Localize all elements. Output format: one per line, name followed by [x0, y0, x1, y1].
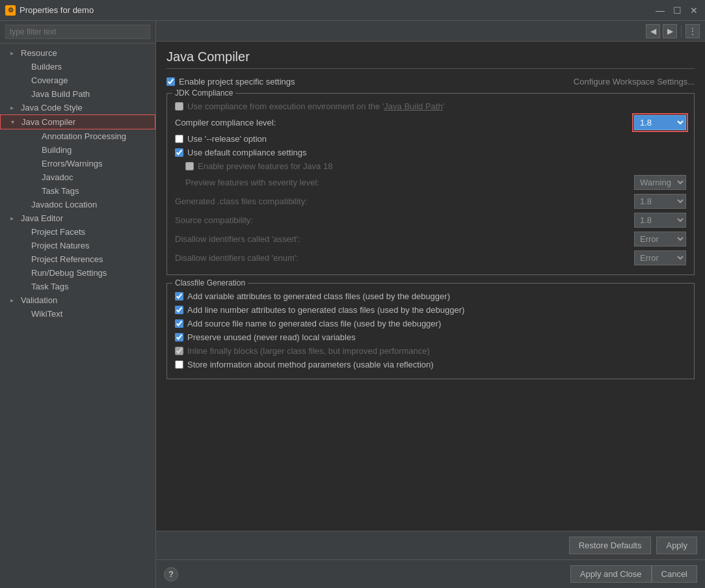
add-line-number-attrs-checkbox[interactable]	[175, 306, 183, 314]
restore-defaults-button[interactable]: Restore Defaults	[569, 537, 652, 554]
enable-preview-label: Enable preview features for Java 18	[198, 161, 332, 171]
sidebar-item-project-references[interactable]: Project References	[0, 252, 155, 266]
minimize-button[interactable]: —	[654, 5, 666, 16]
bottom-row-2: ? Apply and Close Cancel	[156, 559, 705, 588]
expand-arrow: ▾	[11, 118, 19, 126]
use-release-checkbox[interactable]	[175, 135, 183, 143]
preserve-unused-vars-checkbox[interactable]	[175, 333, 183, 341]
store-method-params-checkbox[interactable]	[175, 360, 183, 369]
disallow-assert-dropdown[interactable]: Ignore Warning Error	[634, 232, 686, 247]
classfile-option-row-add-line-number-attrs: Add line number attributes to generated …	[175, 305, 686, 315]
sidebar-filter-area	[0, 21, 155, 44]
expand-arrow: ▸	[10, 297, 18, 304]
preview-severity-dropdown[interactable]: Ignore Warning Error	[634, 175, 686, 190]
generated-class-compat-row: Generated .class files compatibility: 1.…	[175, 194, 686, 209]
configure-workspace-link[interactable]: Configure Workspace Settings...	[574, 77, 695, 87]
window-title: Properties for demo	[20, 5, 654, 15]
preview-severity-label: Preview features with severity level:	[185, 178, 634, 187]
sidebar-item-resource[interactable]: ▸Resource	[0, 46, 155, 60]
classfile-option-row-inline-finally: Inline finally blocks (larger class file…	[175, 346, 686, 356]
sidebar-item-task-tags[interactable]: Task Tags	[0, 184, 155, 198]
use-compliance-label: Use compliance from execution environmen…	[187, 101, 444, 111]
sidebar-item-label: Project Natures	[31, 241, 90, 250]
apply-and-close-button[interactable]: Apply and Close	[570, 565, 652, 583]
sidebar-item-builders[interactable]: Builders	[0, 60, 155, 74]
menu-button[interactable]: ⋮	[685, 24, 700, 38]
inline-finally-checkbox[interactable]	[175, 347, 183, 355]
disallow-enum-row: Disallow identifiers called 'enum': Igno…	[175, 250, 686, 265]
content-scroll: Java Compiler Enable project specific se…	[156, 42, 705, 531]
disallow-enum-label: Disallow identifiers called 'enum':	[175, 253, 634, 263]
expand-arrow: ▸	[10, 215, 18, 222]
sidebar-item-label: Java Editor	[21, 213, 63, 223]
jdk-compliance-label: JDK Compliance	[172, 88, 235, 98]
help-button[interactable]: ?	[164, 567, 178, 581]
sidebar-item-java-build-path[interactable]: Java Build Path	[0, 87, 155, 101]
add-source-filename-checkbox[interactable]	[175, 319, 183, 328]
sidebar-item-label: Validation	[21, 295, 57, 305]
source-compat-label: Source compatibility:	[175, 215, 634, 225]
sidebar-item-label: Task Tags	[42, 186, 79, 196]
expand-arrow: ▸	[10, 49, 18, 57]
add-variable-attrs-label: Add variable attributes to generated cla…	[187, 291, 450, 301]
maximize-button[interactable]: ☐	[671, 5, 683, 16]
app-icon: ⚙	[5, 5, 16, 16]
source-compat-row: Source compatibility: 1.7 1.8 11	[175, 213, 686, 228]
enable-project-specific-checkbox[interactable]	[166, 77, 175, 86]
sidebar-item-errors-warnings[interactable]: Errors/Warnings	[0, 157, 155, 170]
sidebar-item-javadoc[interactable]: Javadoc	[0, 170, 155, 184]
sidebar-item-project-facets[interactable]: Project Facets	[0, 225, 155, 239]
compiler-compliance-dropdown[interactable]: 1.6 1.7 1.8 11 17	[634, 115, 686, 130]
sidebar-item-java-code-style[interactable]: ▸Java Code Style	[0, 101, 155, 114]
sidebar-item-run-debug-settings[interactable]: Run/Debug Settings	[0, 266, 155, 280]
sidebar-item-label: Errors/Warnings	[42, 159, 102, 168]
title-bar: ⚙ Properties for demo — ☐ ✕	[0, 0, 705, 21]
sidebar-item-label: Building	[42, 145, 72, 155]
use-default-compliance-row: Use default compliance settings	[175, 148, 686, 157]
sidebar-item-annotation-processing[interactable]: Annotation Processing	[0, 129, 155, 143]
source-compat-dropdown[interactable]: 1.7 1.8 11	[634, 213, 686, 228]
content-area: ◀ ▶ ⋮ Java Compiler Enable project speci…	[156, 21, 705, 588]
apply-button[interactable]: Apply	[656, 537, 697, 554]
sidebar-item-label: Annotation Processing	[42, 131, 126, 141]
classfile-generation-label: Classfile Generation	[172, 278, 248, 287]
sidebar-item-coverage[interactable]: Coverage	[0, 74, 155, 87]
sidebar-item-building[interactable]: Building	[0, 143, 155, 157]
use-default-compliance-label: Use default compliance settings	[187, 148, 307, 157]
cancel-button[interactable]: Cancel	[652, 565, 697, 583]
sidebar-item-java-compiler[interactable]: ▾Java Compiler	[0, 114, 155, 129]
close-button[interactable]: ✕	[688, 5, 700, 16]
sidebar-item-label: Javadoc Location	[31, 200, 97, 209]
preview-severity-row: Preview features with severity level: Ig…	[175, 175, 686, 190]
sidebar-item-javadoc-location[interactable]: Javadoc Location	[0, 198, 155, 211]
compiler-compliance-row: Compiler compliance level: 1.6 1.7 1.8 1…	[175, 115, 686, 130]
sidebar-item-label: Builders	[31, 62, 62, 72]
enable-preview-checkbox[interactable]	[185, 162, 194, 170]
back-button[interactable]: ◀	[646, 24, 660, 38]
sidebar-item-label: Task Tags	[31, 282, 69, 291]
sidebar: ▸ResourceBuildersCoverageJava Build Path…	[0, 21, 156, 588]
enable-preview-row: Enable preview features for Java 18	[175, 161, 686, 171]
sidebar-item-wikitext[interactable]: WikiText	[0, 307, 155, 321]
sidebar-item-project-natures[interactable]: Project Natures	[0, 239, 155, 252]
sidebar-item-task-tags2[interactable]: Task Tags	[0, 280, 155, 293]
sidebar-tree: ▸ResourceBuildersCoverageJava Build Path…	[0, 44, 155, 588]
generated-class-compat-dropdown[interactable]: 1.7 1.8 11	[634, 194, 686, 209]
use-compliance-checkbox[interactable]	[175, 102, 183, 111]
use-release-label: Use '--release' option	[187, 134, 267, 144]
main-container: ▸ResourceBuildersCoverageJava Build Path…	[0, 21, 705, 588]
add-variable-attrs-checkbox[interactable]	[175, 292, 183, 301]
sidebar-item-label: Coverage	[31, 75, 68, 85]
filter-input[interactable]	[5, 25, 150, 39]
disallow-enum-dropdown[interactable]: Ignore Warning Error	[634, 250, 686, 265]
sidebar-item-label: WikiText	[31, 309, 62, 319]
classfile-option-row-store-method-params: Store information about method parameter…	[175, 360, 686, 369]
forward-button[interactable]: ▶	[663, 24, 677, 38]
enable-project-specific-label: Enable project specific settings	[179, 77, 295, 87]
sidebar-item-validation[interactable]: ▸Validation	[0, 293, 155, 307]
store-method-params-label: Store information about method parameter…	[187, 360, 434, 369]
add-line-number-attrs-label: Add line number attributes to generated …	[187, 305, 464, 315]
use-default-compliance-checkbox[interactable]	[175, 148, 183, 157]
use-release-option-row: Use '--release' option	[175, 134, 686, 144]
sidebar-item-java-editor[interactable]: ▸Java Editor	[0, 211, 155, 225]
